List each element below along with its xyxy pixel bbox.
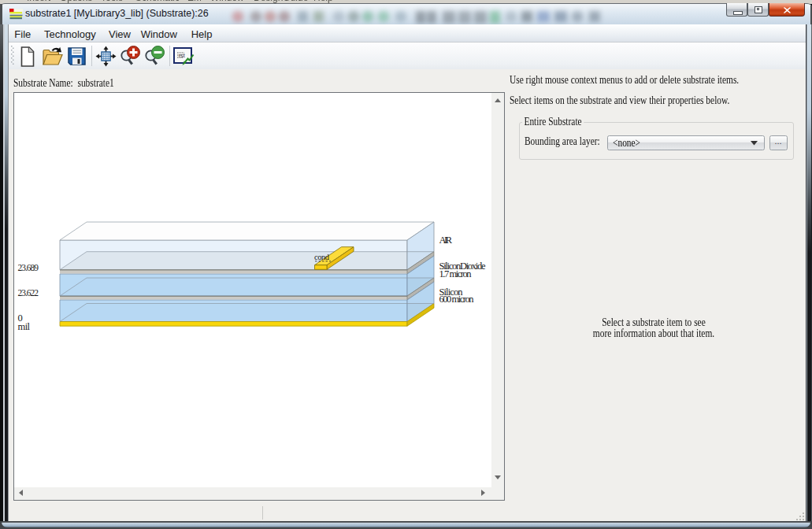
svg-text:600 micron: 600 micron [439, 294, 475, 305]
svg-text:23.689: 23.689 [18, 263, 39, 272]
svg-text:mil: mil [18, 321, 31, 332]
svg-text:AIR: AIR [439, 235, 453, 246]
svg-text:23.622: 23.622 [18, 288, 39, 298]
svg-text:rst: rst [179, 53, 185, 58]
svg-text:1.7 micron: 1.7 micron [439, 268, 473, 279]
svg-text:cond: cond [314, 253, 330, 261]
